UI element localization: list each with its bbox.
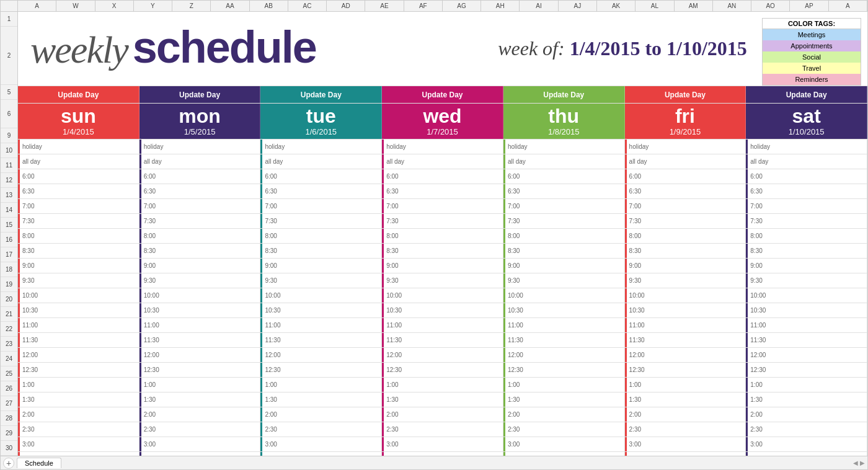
- time-cell-sat-200[interactable]: 2:00: [746, 407, 867, 422]
- update-day-fri[interactable]: Update Day: [625, 86, 746, 103]
- col-AM[interactable]: AM: [675, 1, 713, 11]
- time-cell-fri-800[interactable]: 8:00: [625, 229, 746, 243]
- col-AG[interactable]: AG: [443, 1, 481, 11]
- time-cell-sat-300[interactable]: 3:00: [746, 437, 867, 451]
- time-cell-wed-230[interactable]: 2:30: [382, 422, 503, 437]
- time-cell-thu-830[interactable]: 8:30: [503, 244, 625, 258]
- allday-tue[interactable]: all day: [260, 154, 382, 169]
- col-AE[interactable]: AE: [365, 1, 404, 11]
- holiday-sat[interactable]: holiday: [746, 140, 867, 154]
- time-cell-sat-1200[interactable]: 12:00: [746, 348, 867, 362]
- time-cell-tue-630[interactable]: 6:30: [260, 184, 382, 198]
- time-cell-tue-1200[interactable]: 12:00: [260, 348, 382, 362]
- update-day-sat[interactable]: Update Day: [746, 86, 867, 103]
- time-cell-thu-700[interactable]: 7:00: [503, 199, 625, 213]
- time-cell-sat-1030[interactable]: 10:30: [746, 303, 867, 317]
- time-cell-sat-230[interactable]: 2:30: [746, 422, 867, 437]
- day-cell-thu[interactable]: thu 1/8/2015: [503, 104, 625, 139]
- time-cell-thu-230[interactable]: 2:30: [503, 422, 625, 437]
- time-cell-mon-200[interactable]: 2:00: [140, 407, 261, 422]
- time-cell-fri-1130[interactable]: 11:30: [625, 333, 746, 347]
- time-cell-sun-900[interactable]: 9:00: [18, 259, 140, 273]
- time-cell-fri-1100[interactable]: 11:00: [625, 318, 746, 332]
- col-AB[interactable]: AB: [250, 1, 288, 11]
- time-cell-tue-130[interactable]: 1:30: [260, 392, 382, 407]
- time-cell-sun-1100[interactable]: 11:00: [18, 318, 140, 332]
- col-AK[interactable]: AK: [597, 1, 636, 11]
- time-cell-mon-930[interactable]: 9:30: [140, 273, 261, 288]
- time-cell-wed-600[interactable]: 6:00: [382, 169, 503, 184]
- time-cell-mon-100[interactable]: 1:00: [140, 378, 261, 392]
- time-cell-sun-800[interactable]: 8:00: [18, 229, 140, 243]
- col-AJ[interactable]: AJ: [559, 1, 597, 11]
- time-cell-sun-1030[interactable]: 10:30: [18, 303, 140, 317]
- time-cell-mon-300[interactable]: 3:00: [140, 437, 261, 451]
- update-day-mon[interactable]: Update Day: [140, 86, 261, 103]
- time-cell-wed-100[interactable]: 1:00: [382, 378, 503, 392]
- time-cell-thu-100[interactable]: 1:00: [503, 378, 625, 392]
- time-cell-fri-200[interactable]: 2:00: [625, 407, 746, 422]
- col-AF[interactable]: AF: [404, 1, 443, 11]
- time-cell-sat-900[interactable]: 9:00: [746, 259, 867, 273]
- time-cell-tue-100[interactable]: 1:00: [260, 378, 382, 392]
- time-cell-tue-230[interactable]: 2:30: [260, 422, 382, 437]
- time-cell-fri-830[interactable]: 8:30: [625, 244, 746, 258]
- time-cell-fri-100[interactable]: 1:00: [625, 378, 746, 392]
- time-cell-fri-130[interactable]: 1:30: [625, 392, 746, 407]
- time-cell-fri-1000[interactable]: 10:00: [625, 288, 746, 303]
- time-cell-fri-230[interactable]: 2:30: [625, 422, 746, 437]
- time-cell-tue-730[interactable]: 7:30: [260, 214, 382, 228]
- time-cell-tue-1100[interactable]: 11:00: [260, 318, 382, 332]
- time-cell-sun-830[interactable]: 8:30: [18, 244, 140, 258]
- time-cell-tue-1000[interactable]: 10:00: [260, 288, 382, 303]
- time-cell-wed-1000[interactable]: 10:00: [382, 288, 503, 303]
- holiday-wed[interactable]: holiday: [382, 140, 503, 154]
- col-W[interactable]: W: [56, 1, 95, 11]
- time-cell-fri-300[interactable]: 3:00: [625, 437, 746, 451]
- time-cell-tue-930[interactable]: 9:30: [260, 273, 382, 288]
- time-cell-thu-900[interactable]: 9:00: [503, 259, 625, 273]
- time-cell-wed-1030[interactable]: 10:30: [382, 303, 503, 317]
- time-cell-fri-900[interactable]: 9:00: [625, 259, 746, 273]
- update-day-tue[interactable]: Update Day: [260, 86, 382, 103]
- time-cell-wed-900[interactable]: 9:00: [382, 259, 503, 273]
- time-cell-sun-1130[interactable]: 11:30: [18, 333, 140, 347]
- time-cell-sat-1230[interactable]: 12:30: [746, 363, 867, 377]
- time-cell-thu-1230[interactable]: 12:30: [503, 363, 625, 377]
- time-cell-thu-130[interactable]: 1:30: [503, 392, 625, 407]
- time-cell-sun-200[interactable]: 2:00: [18, 407, 140, 422]
- time-cell-wed-1130[interactable]: 11:30: [382, 333, 503, 347]
- time-cell-sun-300[interactable]: 3:00: [18, 437, 140, 451]
- time-cell-tue-1130[interactable]: 11:30: [260, 333, 382, 347]
- time-cell-wed-830[interactable]: 8:30: [382, 244, 503, 258]
- time-cell-sun-100[interactable]: 1:00: [18, 378, 140, 392]
- time-cell-tue-800[interactable]: 8:00: [260, 229, 382, 243]
- time-cell-wed-730[interactable]: 7:30: [382, 214, 503, 228]
- time-cell-sun-230[interactable]: 2:30: [18, 422, 140, 437]
- allday-sun[interactable]: all day: [18, 154, 140, 169]
- time-cell-mon-630[interactable]: 6:30: [140, 184, 261, 198]
- time-cell-sat-830[interactable]: 8:30: [746, 244, 867, 258]
- time-cell-tue-700[interactable]: 7:00: [260, 199, 382, 213]
- time-cell-tue-1230[interactable]: 12:30: [260, 363, 382, 377]
- day-cell-fri[interactable]: fri 1/9/2015: [625, 104, 746, 139]
- time-cell-thu-300[interactable]: 3:00: [503, 437, 625, 451]
- allday-thu[interactable]: all day: [503, 154, 625, 169]
- holiday-sun[interactable]: holiday: [18, 140, 140, 154]
- time-cell-sat-1130[interactable]: 11:30: [746, 333, 867, 347]
- time-cell-thu-600[interactable]: 6:00: [503, 169, 625, 184]
- time-cell-fri-600[interactable]: 6:00: [625, 169, 746, 184]
- time-cell-fri-930[interactable]: 9:30: [625, 273, 746, 288]
- time-cell-tue-300[interactable]: 3:00: [260, 437, 382, 451]
- time-cell-wed-930[interactable]: 9:30: [382, 273, 503, 288]
- time-cell-tue-900[interactable]: 9:00: [260, 259, 382, 273]
- time-cell-sun-630[interactable]: 6:30: [18, 184, 140, 198]
- time-cell-fri-630[interactable]: 6:30: [625, 184, 746, 198]
- time-cell-wed-200[interactable]: 2:00: [382, 407, 503, 422]
- holiday-mon[interactable]: holiday: [140, 140, 261, 154]
- time-cell-tue-830[interactable]: 8:30: [260, 244, 382, 258]
- time-cell-fri-730[interactable]: 7:30: [625, 214, 746, 228]
- time-cell-mon-230[interactable]: 2:30: [140, 422, 261, 437]
- sheet-tab-schedule[interactable]: Schedule: [17, 458, 61, 468]
- time-cell-sat-100[interactable]: 1:00: [746, 378, 867, 392]
